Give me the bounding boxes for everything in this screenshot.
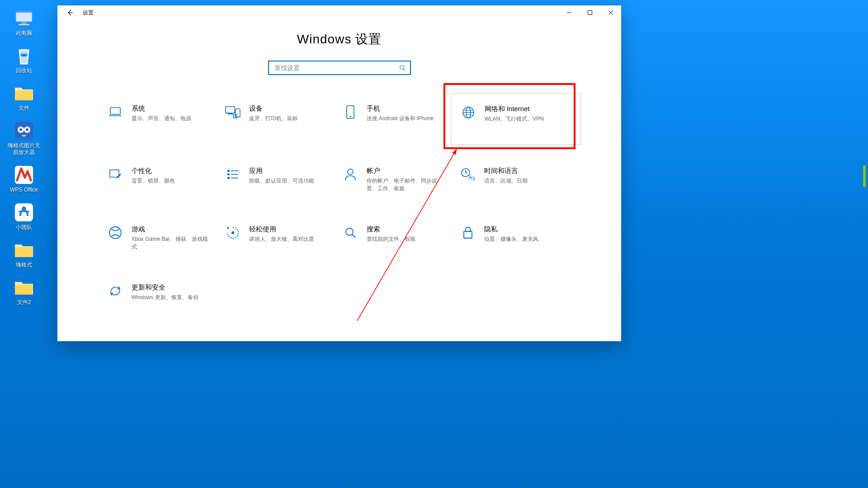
category-desc: 语音、区域、日期 <box>484 177 528 185</box>
desktop-icon-7[interactable]: 文件2 <box>7 277 41 306</box>
desktop-icon-label: 小团队 <box>16 224 32 231</box>
search-box[interactable] <box>268 61 411 75</box>
category-text: 隐私位置、摄像头、麦克风 <box>484 225 538 250</box>
desktop-icon-5[interactable]: 小团队 <box>7 202 41 231</box>
category-phone[interactable]: 手机连接 Android 设备和 iPhone <box>340 101 457 136</box>
window-controls <box>559 5 621 20</box>
svg-rect-11 <box>15 203 33 221</box>
svg-point-44 <box>346 228 353 235</box>
svg-rect-33 <box>227 174 230 175</box>
settings-content: Windows 设置 系统显示、声音、通知、电源设备蓝牙、打印机、鼠标手机连接 … <box>57 20 621 304</box>
desktop-icon-0[interactable]: 此电脑 <box>7 8 41 37</box>
category-desc: 你的帐户、电子邮件、同步设置、工作、家庭 <box>367 177 443 192</box>
search-wrap <box>57 61 621 75</box>
svg-rect-32 <box>227 170 230 172</box>
category-desc: 查找我的文件、权限 <box>367 235 415 243</box>
desktop-icon-2[interactable]: 文件 <box>7 83 41 112</box>
folder-icon <box>14 83 34 103</box>
svg-point-17 <box>400 66 404 70</box>
person-icon <box>342 166 359 183</box>
desktop-icon-label: 嗨格式图片无损放大器 <box>7 142 41 156</box>
svg-line-18 <box>403 69 405 71</box>
desktop-icon-6[interactable]: 嗨格式 <box>7 240 41 268</box>
svg-text:字: 字 <box>472 176 475 181</box>
desktop-icon-label: 嗨格式 <box>16 262 32 268</box>
svg-point-25 <box>234 116 236 117</box>
category-desc: 连接 Android 设备和 iPhone <box>367 115 434 122</box>
category-title: 系统 <box>132 104 191 113</box>
desktop-icon-4[interactable]: WPS Office <box>7 165 41 193</box>
category-text: 更新和安全Windows 更新、恢复、备份 <box>132 283 198 301</box>
category-devices[interactable]: 设备蓝牙、打印机、鼠标 <box>222 101 340 136</box>
category-title: 隐私 <box>484 225 538 234</box>
desktop-icon-1[interactable]: 回收站 <box>7 46 41 74</box>
globe-icon <box>460 104 476 121</box>
category-network-card[interactable]: 网络和 InternetWLAN、飞行模式、VPN <box>451 93 581 145</box>
desktop-icon-label: WPS Office <box>10 187 38 193</box>
svg-rect-19 <box>110 108 120 114</box>
category-text: 时间和语言语音、区域、日期 <box>484 166 528 192</box>
desktop-icon-label: 文件 <box>19 105 29 112</box>
category-desc: WLAN、飞行模式、VPN <box>485 115 544 123</box>
svg-point-9 <box>26 128 28 131</box>
category-desc: 卸载、默认应用、可选功能 <box>249 177 314 185</box>
category-grid: 系统显示、声音、通知、电源设备蓝牙、打印机、鼠标手机连接 Android 设备和… <box>57 101 621 304</box>
category-title: 轻松使用 <box>249 225 314 234</box>
category-desc: Xbox Game Bar、捕获、游戏模式 <box>132 235 208 251</box>
category-title: 时间和语言 <box>484 166 528 175</box>
category-accounts[interactable]: 帐户你的帐户、电子邮件、同步设置、工作、家庭 <box>340 164 457 195</box>
category-desc: 显示、声音、通知、电源 <box>132 115 191 122</box>
category-privacy[interactable]: 隐私位置、摄像头、麦克风 <box>457 222 575 253</box>
category-title: 帐户 <box>367 166 443 175</box>
search-input[interactable] <box>274 64 399 72</box>
svg-line-45 <box>352 235 355 238</box>
pc-icon <box>14 8 34 28</box>
folder-icon <box>14 240 34 260</box>
category-apps[interactable]: 应用卸载、默认应用、可选功能 <box>222 164 340 195</box>
category-time[interactable]: A字时间和语言语音、区域、日期 <box>457 164 575 195</box>
time-lang-icon: A字 <box>460 166 476 183</box>
bin-icon <box>14 46 34 66</box>
category-title: 设备 <box>249 104 298 113</box>
app-title: 设置 <box>83 9 94 17</box>
minimize-button[interactable] <box>559 5 580 20</box>
category-network[interactable]: 网络和 InternetWLAN、飞行模式、VPN <box>458 102 574 125</box>
svg-rect-31 <box>110 170 119 177</box>
svg-rect-34 <box>227 177 230 179</box>
svg-point-8 <box>19 128 22 131</box>
desktop-icon-3[interactable]: 嗨格式图片无损放大器 <box>7 121 41 156</box>
desktop-icons: 此电脑回收站文件嗨格式图片无损放大器WPS Office小团队嗨格式文件2 <box>7 8 41 306</box>
category-title: 应用 <box>249 166 314 175</box>
wps-icon <box>14 165 34 185</box>
phone-icon <box>342 104 359 120</box>
category-desc: Windows 更新、恢复、备份 <box>132 294 198 301</box>
maximize-button[interactable] <box>580 5 600 20</box>
category-desc: 位置、摄像头、麦克风 <box>484 235 538 243</box>
category-ease[interactable]: 轻松使用讲述人、放大镜、高对比度 <box>222 222 340 253</box>
category-search[interactable]: 搜索查找我的文件、权限 <box>340 222 457 253</box>
category-text: 个性化背景、锁屏、颜色 <box>132 166 175 192</box>
svg-point-43 <box>231 231 234 234</box>
search-icon <box>342 225 359 241</box>
desktop-icon-label: 回收站 <box>16 67 32 74</box>
category-personalization[interactable]: 个性化背景、锁屏、颜色 <box>104 164 222 195</box>
svg-rect-21 <box>226 107 235 113</box>
category-text: 应用卸载、默认应用、可选功能 <box>249 166 314 192</box>
category-title: 游戏 <box>132 225 208 234</box>
category-title: 手机 <box>367 104 434 113</box>
category-desc: 讲述人、放大镜、高对比度 <box>249 235 314 243</box>
category-gaming[interactable]: 游戏Xbox Game Bar、捕获、游戏模式 <box>104 222 222 253</box>
titlebar: 设置 <box>57 5 621 20</box>
svg-point-12 <box>22 206 26 211</box>
category-network-highlight-wrap: 网络和 InternetWLAN、飞行模式、VPN <box>457 101 575 136</box>
category-desc: 蓝牙、打印机、鼠标 <box>249 115 298 122</box>
category-update[interactable]: 更新和安全Windows 更新、恢复、备份 <box>104 280 222 304</box>
app-owl-icon <box>14 121 34 141</box>
category-text: 系统显示、声音、通知、电源 <box>132 104 191 134</box>
sync-icon <box>107 283 123 299</box>
svg-rect-14 <box>588 11 592 15</box>
close-button[interactable] <box>600 5 621 20</box>
back-button[interactable] <box>63 5 77 20</box>
desktop-icon-label: 此电脑 <box>16 30 32 37</box>
category-system[interactable]: 系统显示、声音、通知、电源 <box>104 101 222 136</box>
